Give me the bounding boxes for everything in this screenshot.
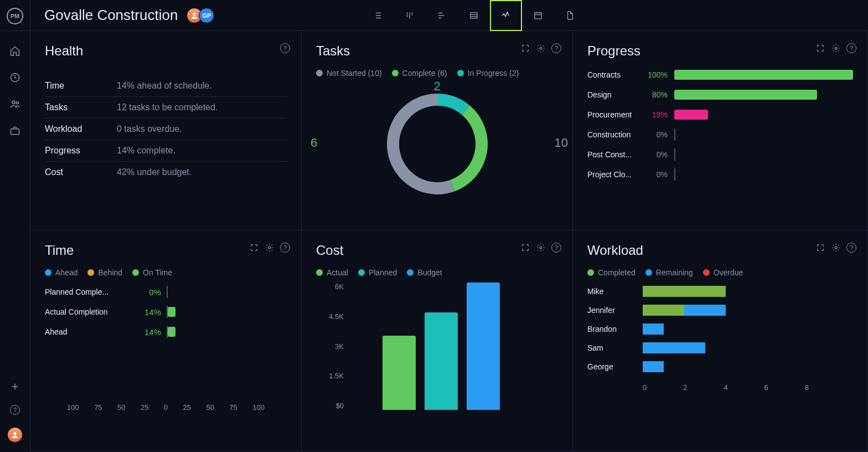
legend-item[interactable]: Completed xyxy=(587,268,636,277)
time-pct: 0% xyxy=(139,287,161,297)
board-view-icon[interactable] xyxy=(394,0,426,31)
legend-item[interactable]: Overdue xyxy=(703,268,743,277)
legend-item[interactable]: Behind xyxy=(87,268,122,277)
health-label: Tasks xyxy=(45,102,106,112)
legend-item[interactable]: Complete (6) xyxy=(392,69,447,78)
progress-name: Project Clo... xyxy=(587,170,640,179)
health-label: Workload xyxy=(45,124,106,134)
clock-icon[interactable] xyxy=(9,72,20,83)
panel-title: Progress xyxy=(587,43,853,59)
list-view-icon[interactable] xyxy=(361,0,394,31)
progress-pct: 0% xyxy=(647,170,668,179)
legend-item[interactable]: In Progress (2) xyxy=(457,69,519,78)
progress-name: Design xyxy=(587,90,640,99)
health-value: 0 tasks overdue. xyxy=(117,124,182,134)
legend-dot-icon xyxy=(45,269,51,276)
legend-item[interactable]: Not Started (10) xyxy=(316,69,382,78)
donut-label-left: 6 xyxy=(311,136,317,150)
app-logo[interactable]: PM xyxy=(7,8,23,24)
health-value: 14% complete. xyxy=(117,146,175,156)
legend-item[interactable]: Planned xyxy=(358,268,397,277)
expand-icon[interactable] xyxy=(815,243,825,253)
legend-item[interactable]: Remaining xyxy=(645,268,693,277)
time-row: Ahead14% xyxy=(45,327,287,337)
legend-item[interactable]: Ahead xyxy=(45,268,78,277)
gantt-view-icon[interactable] xyxy=(426,0,458,31)
help-icon[interactable]: ? xyxy=(9,404,20,415)
project-avatars[interactable]: GP xyxy=(187,8,214,23)
progress-bar-track xyxy=(674,90,853,100)
workload-name: Sam xyxy=(587,343,637,352)
team-icon[interactable] xyxy=(9,99,20,110)
expand-icon[interactable] xyxy=(520,43,530,53)
project-title: Govalle Construction xyxy=(44,7,178,24)
legend-label: Budget xyxy=(417,268,442,277)
gear-icon[interactable] xyxy=(831,243,841,253)
legend-dot-icon xyxy=(132,269,139,276)
svg-point-10 xyxy=(268,246,271,249)
progress-bar-track xyxy=(674,110,853,120)
svg-point-1 xyxy=(12,101,15,104)
health-label: Time xyxy=(45,81,106,91)
legend-label: Behind xyxy=(98,268,122,277)
file-view-icon[interactable] xyxy=(554,0,586,31)
progress-pct: 0% xyxy=(647,130,668,139)
legend-label: Overdue xyxy=(714,268,743,277)
health-value: 14% ahead of schedule. xyxy=(117,81,212,91)
time-pct: 14% xyxy=(139,327,161,337)
svg-point-9 xyxy=(835,47,837,49)
gear-icon[interactable] xyxy=(536,43,546,53)
legend-dot-icon xyxy=(87,269,94,276)
gear-icon[interactable] xyxy=(831,43,841,53)
progress-tick-icon xyxy=(674,129,675,141)
gear-icon[interactable] xyxy=(265,243,275,253)
user-avatar[interactable] xyxy=(8,428,22,442)
axis-tick: 100 xyxy=(67,403,79,412)
tasks-panel: Tasks ? Not Started (10)Complete (6)In P… xyxy=(302,31,573,230)
axis-tick: $0 xyxy=(316,402,344,410)
legend-dot-icon xyxy=(392,70,399,76)
donut-segment xyxy=(393,100,452,188)
help-icon[interactable]: ? xyxy=(280,43,290,53)
progress-name: Contracts xyxy=(587,70,640,79)
avatar[interactable]: GP xyxy=(199,8,214,23)
calendar-view-icon[interactable] xyxy=(522,0,554,31)
legend-dot-icon xyxy=(587,269,594,276)
sidebar: PM ? xyxy=(0,0,30,452)
legend-item[interactable]: Actual xyxy=(316,268,348,277)
add-icon[interactable] xyxy=(9,381,20,392)
workload-bar-track xyxy=(643,323,853,335)
legend-dot-icon xyxy=(645,269,652,276)
time-bar-fill xyxy=(168,307,175,317)
health-panel: Health ? Time14% ahead of schedule.Tasks… xyxy=(30,31,302,230)
tasks-donut-chart: 2 6 10 xyxy=(316,82,558,204)
progress-row: Procurement19% xyxy=(587,110,853,120)
progress-name: Procurement xyxy=(587,110,640,119)
workload-seg-remaining xyxy=(684,305,726,316)
dashboard-view-icon[interactable] xyxy=(490,0,522,31)
legend-item[interactable]: On Time xyxy=(132,268,172,277)
briefcase-icon[interactable] xyxy=(9,125,20,136)
svg-rect-7 xyxy=(535,12,541,18)
home-icon[interactable] xyxy=(9,45,20,56)
help-icon[interactable]: ? xyxy=(846,43,856,53)
help-icon[interactable]: ? xyxy=(280,243,290,253)
expand-icon[interactable] xyxy=(520,243,530,253)
svg-point-4 xyxy=(13,432,16,435)
health-row: Workload0 tasks overdue. xyxy=(45,119,287,140)
cost-bar xyxy=(425,312,458,410)
workload-name: George xyxy=(587,362,637,371)
workload-name: Mike xyxy=(587,287,637,296)
legend-dot-icon xyxy=(316,269,323,276)
time-name: Actual Completion xyxy=(45,307,133,316)
help-icon[interactable]: ? xyxy=(551,43,561,53)
expand-icon[interactable] xyxy=(815,43,825,53)
help-icon[interactable]: ? xyxy=(846,243,856,253)
legend-item[interactable]: Budget xyxy=(407,268,442,277)
gear-icon[interactable] xyxy=(536,243,546,253)
legend-dot-icon xyxy=(407,269,414,276)
help-icon[interactable]: ? xyxy=(551,243,561,253)
expand-icon[interactable] xyxy=(249,243,259,253)
table-view-icon[interactable] xyxy=(458,0,490,31)
progress-panel: Progress ? Contracts100%Design80%Procure… xyxy=(573,31,868,230)
